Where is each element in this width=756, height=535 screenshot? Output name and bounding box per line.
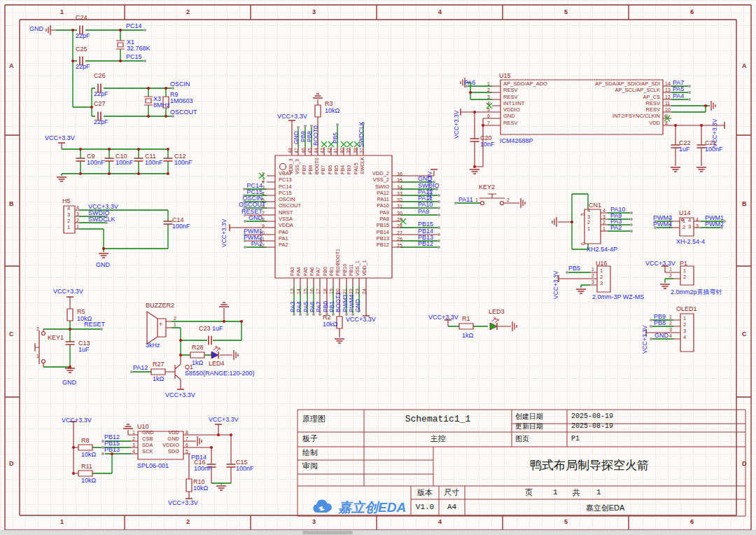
lbl-9[interactable]: 9 (665, 113, 668, 118)
lbl-PA6[interactable]: PA6 (309, 267, 314, 276)
lbl-100nF[interactable]: 100nF (236, 466, 254, 472)
lbl-PWM4[interactable]: PWM4 (653, 221, 672, 228)
lbl-42[interactable]: 42 (327, 148, 332, 153)
lbl-3[interactable]: 3 (683, 328, 686, 334)
lbl-KEY2[interactable]: KEY2 (479, 184, 495, 190)
lbl-32.768K[interactable]: 32.768K (127, 46, 150, 52)
lbl-2.0mm2p----[interactable]: 2.0mm2p直插弯针 (671, 289, 722, 296)
lbl-1k-[interactable]: 1kΩ (192, 360, 203, 366)
lbl-C24[interactable]: C24 (76, 15, 88, 21)
lbl-GND[interactable]: GND (62, 380, 76, 386)
lbl-VBAT[interactable]: VBAT (279, 171, 292, 176)
lbl-10k-[interactable]: 10kΩ (81, 478, 96, 484)
lbl-2[interactable]: 2 (683, 275, 686, 280)
lbl-XH2.54-4P[interactable]: XH2.54-4P (587, 246, 617, 253)
lbl-PB5[interactable]: PB5 (568, 265, 580, 272)
lbl-PA7[interactable]: PA7 (316, 302, 322, 312)
lbl-PB8[interactable]: PB8 (308, 165, 313, 174)
lbl-2.0mm-3P-WZ-MS[interactable]: 2.0mm-3P WZ-MS (592, 294, 644, 300)
lbl-GND[interactable]: GND (155, 436, 179, 442)
lbl-2[interactable]: 2 (600, 275, 603, 280)
lbl-CSB[interactable]: CSB (142, 436, 153, 442)
lbl-5[interactable]: 5 (186, 449, 188, 454)
lbl-XH-2.54-4[interactable]: XH-2.54-4 (676, 239, 705, 245)
lbl-29[interactable]: 29 (397, 217, 402, 222)
lbl-1[interactable]: 1 (36, 354, 39, 359)
lbl-SPL06-001[interactable]: SPL06-001 (137, 463, 169, 469)
lbl-R2[interactable]: R2 (323, 314, 331, 321)
lbl-100nF[interactable]: 100nF (705, 146, 723, 153)
lbl-45[interactable]: 45 (307, 148, 312, 153)
lbl-PB9[interactable]: PB9 (302, 165, 307, 174)
lbl-S8550-RANGE-120-200-[interactable]: S8550(RANGE:120-200) (185, 370, 255, 377)
lbl-47[interactable]: 47 (294, 148, 299, 153)
lbl-3[interactable]: 3 (486, 95, 490, 99)
lbl-3kHz[interactable]: 3kHz (146, 342, 160, 349)
lbl-VCC+3.3V[interactable]: VCC+3.3V (168, 500, 198, 506)
lbl-37[interactable]: 37 (359, 148, 364, 153)
lbl-1[interactable]: 1 (600, 268, 603, 274)
lbl-OLED1[interactable]: OLED1 (676, 306, 697, 312)
lbl-VCC+3.3V[interactable]: VCC+3.3V (53, 289, 83, 295)
lbl-RESV[interactable]: RESV (503, 88, 517, 93)
lbl-C[interactable]: C (742, 331, 747, 338)
lbl-OSCIN[interactable]: OSCIN (170, 81, 190, 88)
lbl-35[interactable]: 35 (397, 178, 402, 183)
lbl-10k-[interactable]: 10kΩ (325, 108, 340, 114)
lbl-PB6[interactable]: PB6 (328, 165, 332, 174)
lbl-LED3[interactable]: LED3 (489, 309, 505, 315)
lbl-PB3[interactable]: PB3 (346, 165, 351, 174)
lbl-U14[interactable]: U14 (679, 210, 691, 216)
lbl-7[interactable]: 7 (486, 120, 490, 125)
lbl-3[interactable]: 3 (688, 224, 691, 230)
lbl-C26[interactable]: C26 (94, 73, 106, 79)
lbl-PA2[interactable]: PA2 (239, 241, 262, 247)
lbl-1[interactable]: 1 (587, 226, 590, 232)
lbl-GND[interactable]: GND (239, 215, 262, 221)
lbl-PB15[interactable]: PB15 (418, 221, 433, 228)
lbl-PA15[interactable]: PA15 (354, 162, 358, 174)
lbl-VDD[interactable]: VDD (576, 120, 660, 126)
lbl-23[interactable]: 23 (355, 289, 360, 294)
lbl-5[interactable]: 5 (564, 519, 568, 525)
lbl-GND[interactable]: GND (503, 113, 515, 119)
lbl-PB0[interactable]: PB0 (323, 267, 328, 276)
lbl-VCC+3.3V[interactable]: VCC+3.3V (221, 219, 227, 247)
lbl-OSCIN[interactable]: OSCIN (279, 197, 295, 202)
lbl-1[interactable]: 1 (603, 226, 606, 231)
lbl-OSCOUT[interactable]: OSCOUT (170, 109, 197, 116)
lbl-4[interactable]: 4 (688, 218, 691, 223)
lbl-KEY1[interactable]: KEY1 (48, 335, 64, 341)
lbl-RESV[interactable]: RESV (503, 95, 517, 100)
lbl-24[interactable]: 24 (362, 289, 367, 294)
lbl-GND[interactable]: GND (355, 299, 361, 312)
lbl-NRST[interactable]: NRST (279, 210, 293, 216)
lbl-100nF[interactable]: 100nF (174, 160, 192, 166)
lbl-BOOT1[interactable]: BOOT1 (335, 292, 342, 312)
lbl-PB8[interactable]: PB8 (654, 320, 666, 326)
bottom-scrollbar[interactable] (0, 530, 756, 535)
lbl-PA6[interactable]: PA6 (464, 80, 475, 86)
lbl-41[interactable]: 41 (333, 148, 338, 153)
schematic-name[interactable]: Schematic1_1 (364, 415, 512, 424)
lbl-8[interactable]: 8 (186, 430, 188, 435)
lbl-28[interactable]: 28 (397, 223, 402, 228)
lbl-27[interactable]: 27 (397, 230, 402, 235)
lbl-1[interactable]: 1 (174, 322, 176, 327)
lbl-21[interactable]: 21 (342, 289, 347, 294)
lbl-PB10[interactable]: PB10 (342, 264, 347, 276)
lbl-R11[interactable]: R11 (81, 464, 92, 470)
lbl-25[interactable]: 25 (397, 243, 402, 248)
lbl-PA0[interactable]: PA0 (279, 230, 288, 235)
lbl-B[interactable]: B (9, 201, 14, 207)
lbl-3[interactable]: 3 (600, 281, 603, 286)
lbl-2[interactable]: 2 (669, 321, 672, 326)
lbl-2[interactable]: 2 (683, 322, 686, 328)
lbl-4[interactable]: 4 (486, 101, 490, 106)
lbl-R8[interactable]: R8 (81, 438, 90, 444)
lbl-22pF[interactable]: 22pF (94, 119, 108, 125)
lbl-32[interactable]: 32 (397, 197, 402, 202)
lbl-PB13[interactable]: PB13 (361, 236, 389, 242)
lbl-OSCOUT[interactable]: OSCOUT (279, 203, 301, 209)
lbl-R1[interactable]: R1 (462, 316, 470, 322)
